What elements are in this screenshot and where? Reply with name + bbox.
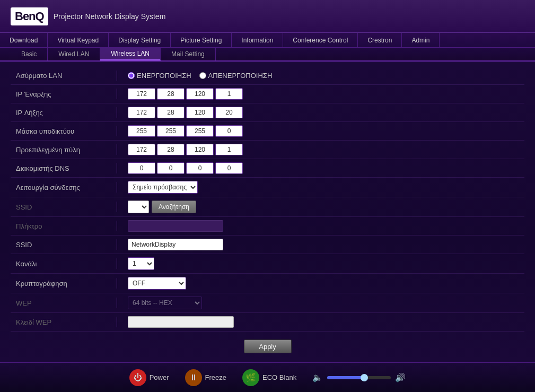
dns-octet4[interactable] <box>215 162 243 174</box>
header: BenQ Projector Network Display System <box>0 0 535 33</box>
nav-tab-display-setting[interactable]: Display Setting <box>109 33 171 47</box>
subnet-octet1[interactable] <box>128 125 155 137</box>
subnet-octet4[interactable] <box>215 125 243 137</box>
volume-slider-fill <box>327 376 365 379</box>
sub-tab-basic[interactable]: Basic <box>11 48 48 60</box>
ip-start-row: IP Έναρξης <box>11 85 524 103</box>
wireless-lan-row: Ασύρματο LAN ΕΝΕΡΓΟΠΟΙΗΣΗ ΑΠΕΝΕΡΓΟΠΟΙΗΣΗ <box>11 67 524 85</box>
logo-area: BenQ Projector Network Display System <box>11 7 165 25</box>
gateway-octet1[interactable] <box>128 144 155 155</box>
encryption-control: OFFWEPWPA <box>128 277 524 290</box>
eco-blank-button[interactable]: 🌿 ECO Blank <box>242 369 296 386</box>
ip-end-octet4[interactable] <box>215 107 243 118</box>
dns-control <box>128 162 524 174</box>
channel-select[interactable]: 12345 67891011 <box>128 257 154 270</box>
app-subtitle: Projector Network Display System <box>54 12 166 21</box>
ip-start-octet2[interactable] <box>157 88 185 100</box>
wep-key-label: Κλειδί WEP <box>11 318 117 326</box>
ip-end-label: IP Λήξης <box>11 109 117 117</box>
ip-start-octet3[interactable] <box>186 88 214 100</box>
ip-end-row: IP Λήξης <box>11 103 524 122</box>
subnet-control <box>128 125 524 137</box>
power-button[interactable]: ⏻ Power <box>129 369 169 386</box>
nav-tab-information[interactable]: Information <box>232 33 283 47</box>
benq-logo: BenQ <box>11 7 48 25</box>
row-divider <box>117 278 117 289</box>
connection-select[interactable]: Σημείο πρόσβασης Infrastructure <box>128 181 198 194</box>
gateway-control <box>128 144 524 155</box>
disable-radio-item[interactable]: ΑΠΕΝΕΡΓΟΠΟΙΗΣΗ <box>199 72 273 80</box>
key-input <box>128 220 223 232</box>
ssid-search-label: SSID <box>11 203 117 211</box>
channel-label: Κανάλι <box>11 260 117 268</box>
gateway-octet2[interactable] <box>157 144 185 155</box>
nav-tab-download[interactable]: Download <box>0 33 48 47</box>
ip-start-group <box>128 88 243 100</box>
connection-row: Λειτουργία σύνδεσης Σημείο πρόσβασης Inf… <box>11 178 524 197</box>
ip-start-octet4[interactable] <box>215 88 243 100</box>
content-area: Ασύρματο LAN ΕΝΕΡΓΟΠΟΙΗΣΗ ΑΠΕΝΕΡΓΟΠΟΙΗΣΗ… <box>0 62 535 362</box>
freeze-label: Freeze <box>205 373 226 381</box>
gateway-octet4[interactable] <box>215 144 243 155</box>
enable-label: ΕΝΕΡΓΟΠΟΙΗΣΗ <box>137 72 191 80</box>
connection-label: Λειτουργία σύνδεσης <box>11 184 117 191</box>
subnet-octet2[interactable] <box>157 125 185 137</box>
ip-start-label: IP Έναρξης <box>11 90 117 98</box>
ssid-search-control: Αναζήτηση <box>128 201 524 213</box>
dns-octet2[interactable] <box>157 162 185 174</box>
eco-blank-icon: 🌿 <box>242 369 259 386</box>
row-divider <box>117 298 117 308</box>
dns-row: Διακομιστής DNS <box>11 159 524 178</box>
nav-tab-picture-setting[interactable]: Picture Setting <box>171 33 232 47</box>
subnet-row: Μάσκα υποδικτύου <box>11 122 524 141</box>
gateway-octet3[interactable] <box>186 144 214 155</box>
search-button[interactable]: Αναζήτηση <box>152 201 196 213</box>
gateway-row: Προεπιλεγμένη πύλη <box>11 141 524 159</box>
wep-select: 64 bits -- HEX 128 bits -- HEX 64 bits -… <box>128 297 202 309</box>
ip-end-control <box>128 107 524 118</box>
sub-tab-wired-lan[interactable]: Wired LAN <box>48 48 100 60</box>
encryption-select[interactable]: OFFWEPWPA <box>128 277 186 290</box>
enable-radio[interactable] <box>128 72 135 79</box>
apply-button[interactable]: Apply <box>244 339 292 353</box>
sub-tab-wireless-lan[interactable]: Wireless LAN <box>100 48 161 60</box>
ssid-dropdown[interactable] <box>128 201 149 213</box>
dns-octet3[interactable] <box>186 162 214 174</box>
apply-container: Apply <box>11 332 524 361</box>
row-divider <box>117 182 117 193</box>
gateway-group <box>128 144 243 155</box>
connection-control: Σημείο πρόσβασης Infrastructure <box>128 181 524 194</box>
ssid-input[interactable] <box>128 239 223 250</box>
volume-slider-knob <box>361 374 368 381</box>
volume-high-icon: 🔊 <box>395 372 406 382</box>
nav-tab-admin[interactable]: Admin <box>402 33 440 47</box>
key-row: Πλήκτρο <box>11 217 524 236</box>
dns-octet1[interactable] <box>128 162 155 174</box>
wireless-lan-label: Ασύρματο LAN <box>11 72 117 80</box>
encryption-label: Κρυπτογράφηση <box>11 280 117 288</box>
ip-end-octet3[interactable] <box>186 107 214 118</box>
freeze-button[interactable]: ⏸ Freeze <box>185 369 226 386</box>
channel-control: 12345 67891011 <box>128 257 524 270</box>
row-divider <box>117 239 117 250</box>
ip-end-octet2[interactable] <box>157 107 185 118</box>
channel-row: Κανάλι 12345 67891011 <box>11 254 524 274</box>
nav-tab-conference-control[interactable]: Conference Control <box>283 33 358 47</box>
subnet-octet3[interactable] <box>186 125 214 137</box>
power-label: Power <box>150 373 169 381</box>
ssid-search-row: SSID Αναζήτηση <box>11 197 524 217</box>
row-divider <box>117 71 117 81</box>
enable-radio-item[interactable]: ΕΝΕΡΓΟΠΟΙΗΣΗ <box>128 72 191 80</box>
ip-end-octet1[interactable] <box>128 107 155 118</box>
row-divider <box>117 317 117 327</box>
ip-start-octet1[interactable] <box>128 88 155 100</box>
wep-label: WEP <box>11 299 117 307</box>
row-divider <box>117 163 117 173</box>
disable-radio[interactable] <box>199 72 206 79</box>
volume-low-icon: 🔈 <box>312 372 323 382</box>
nav-tab-virtual-keypad[interactable]: Virtual Keypad <box>48 33 109 47</box>
nav-tab-crestron[interactable]: Crestron <box>358 33 402 47</box>
sub-tab-mail-setting[interactable]: Mail Setting <box>161 48 216 60</box>
volume-slider-track[interactable] <box>327 376 391 379</box>
wep-key-control <box>128 316 524 328</box>
